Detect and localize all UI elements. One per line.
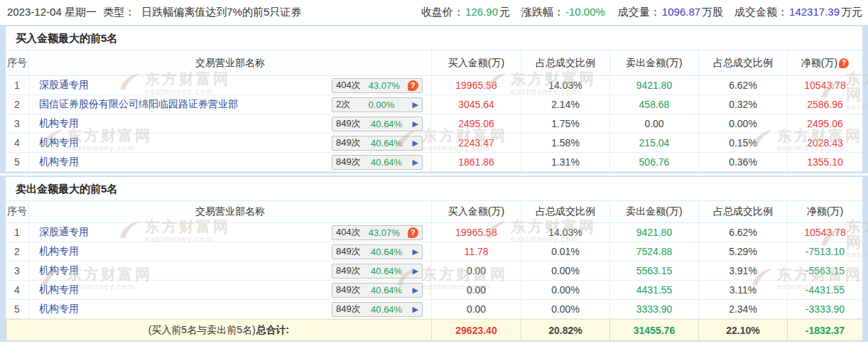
turnover-value: 142317.39 <box>789 6 840 18</box>
seat-name-cell: 深股通专用404次43.07%? <box>28 223 431 242</box>
sell-amount-cell: 506.76 <box>609 153 698 171</box>
total-sell-amount-cell: 31455.76 <box>609 320 698 340</box>
buy-amount-cell: 0.00 <box>431 281 521 299</box>
sell-amount-cell: 0.00 <box>609 114 698 133</box>
sell-ratio-cell: 6.62% <box>698 223 787 242</box>
times-ratio-badge[interactable]: 849次40.64%▶ <box>332 264 423 279</box>
seat-name-link[interactable]: 机构专用 <box>39 245 79 258</box>
seat-name-link[interactable]: 机构专用 <box>39 264 79 277</box>
turnover-unit: 万元 <box>841 6 862 18</box>
seat-name-link[interactable]: 机构专用 <box>39 284 79 296</box>
help-icon[interactable]: ? <box>408 227 418 238</box>
table-row: 3机构专用849次40.64%▶0.000.00%5563.153.91%-55… <box>6 261 862 281</box>
help-icon[interactable]: ? <box>408 80 418 91</box>
row-index: 1 <box>6 223 28 242</box>
buy-amount-cell: 1861.86 <box>431 153 521 171</box>
row-index: 2 <box>6 242 28 261</box>
type-value: 日跌幅偏离值达到7%的前5只证券 <box>141 6 301 18</box>
buy-ratio-cell: 0.00% <box>521 261 609 280</box>
sell-amount-cell: 458.68 <box>609 95 698 114</box>
seat-name-link[interactable]: 深股通专用 <box>39 79 89 92</box>
table-header-row: 序号交易营业部名称买入金额(万)占总成交比例卖出金额(万)占总成交比例净额(万) <box>6 201 862 223</box>
total-buy-amount-cell: 29623.40 <box>431 320 521 340</box>
col-name-header: 交易营业部名称 <box>28 50 431 75</box>
seat-name-cell: 机构专用849次40.64%▶ <box>28 281 431 299</box>
success-ratio: 40.64% <box>371 285 402 296</box>
detail-arrow-icon[interactable]: ▶ <box>413 306 418 313</box>
seat-name-cell: 机构专用849次40.64%▶ <box>28 242 431 261</box>
sell-top5-panel: 卖出金额最大的前5名 序号交易营业部名称买入金额(万)占总成交比例卖出金额(万)… <box>0 176 868 342</box>
buy-top5-panel: 买入金额最大的前5名 序号交易营业部名称买入金额(万)占总成交比例卖出金额(万)… <box>0 25 868 173</box>
col-buy-ratio-header-label: 占总成交比例 <box>536 57 595 70</box>
detail-arrow-icon[interactable]: ▶ <box>413 158 418 166</box>
net-help-icon[interactable]: ? <box>839 58 849 68</box>
times-ratio-badge[interactable]: 2次0.00%▶ <box>332 97 423 112</box>
detail-arrow-icon[interactable]: ▶ <box>413 248 418 256</box>
table-row: 4机构专用849次40.64%▶0.000.00%4431.553.11%-44… <box>6 281 862 300</box>
times-ratio-badge[interactable]: 849次40.64%▶ <box>332 283 423 298</box>
appearance-count: 404次 <box>336 226 361 239</box>
detail-arrow-icon[interactable]: ▶ <box>413 286 418 294</box>
col-net-header-label: 净额(万) <box>807 205 843 218</box>
times-ratio-badge[interactable]: 849次40.64%▶ <box>332 155 423 170</box>
times-ratio-badge[interactable]: 849次40.64%▶ <box>332 136 423 151</box>
row-index: 2 <box>6 95 28 114</box>
buy-amount-cell: 2243.47 <box>431 134 521 152</box>
col-buy-ratio-header-label: 占总成交比例 <box>536 205 595 218</box>
seat-name-link[interactable]: 机构专用 <box>39 136 79 149</box>
buy-ratio-cell: 2.14% <box>521 95 609 114</box>
detail-arrow-icon[interactable]: ▶ <box>413 120 418 128</box>
detail-arrow-icon[interactable]: ▶ <box>413 139 418 147</box>
seat-name-link[interactable]: 深股通专用 <box>39 226 89 239</box>
row-index: 5 <box>6 153 28 171</box>
buy-ratio-cell: 14.03% <box>521 76 609 95</box>
row-index: 5 <box>6 300 28 318</box>
net-amount-cell: -7513.10 <box>787 242 862 261</box>
net-amount-cell: -5563.15 <box>787 261 862 280</box>
total-buy-ratio-cell: 20.82% <box>521 320 609 340</box>
success-ratio: 40.64% <box>371 119 402 129</box>
buy-ratio-cell: 1.31% <box>521 153 609 171</box>
appearance-count: 849次 <box>336 156 361 168</box>
table-row: 5机构专用849次40.64%▶1861.861.31%506.760.36%1… <box>6 153 862 172</box>
seat-name-cell: 机构专用849次40.64%▶ <box>28 153 431 171</box>
stock-stats: 收盘价：126.90元涨跌幅：-10.00%成交量：1096.87万股成交金额：… <box>410 6 862 19</box>
times-ratio-badge[interactable]: 404次43.07%? <box>332 225 423 240</box>
change-percent-value: -10.00% <box>565 6 605 18</box>
row-index: 4 <box>6 134 28 152</box>
times-ratio-badge[interactable]: 849次40.64%▶ <box>332 302 423 317</box>
seat-name-link[interactable]: 国信证券股份有限公司绵阳临园路证券营业部 <box>39 98 238 111</box>
col-sell-amount-header-label: 卖出金额(万) <box>626 205 682 218</box>
detail-arrow-icon[interactable]: ▶ <box>413 101 418 109</box>
total-row: (买入前5名与卖出前5名)总合计:29623.4020.82%31455.762… <box>6 319 862 340</box>
close-price-value: 126.90 <box>465 6 498 18</box>
buy-ratio-cell: 0.00% <box>521 300 609 318</box>
total-net-amount-cell: -1832.37 <box>787 320 862 340</box>
success-ratio: 43.07% <box>369 80 400 91</box>
seat-name-link[interactable]: 机构专用 <box>39 303 79 315</box>
seat-name-link[interactable]: 机构专用 <box>39 117 79 130</box>
net-amount-cell: 1355.10 <box>787 153 862 171</box>
col-sell-amount-header-label: 卖出金额(万) <box>626 57 682 70</box>
times-ratio-badge[interactable]: 404次43.07%? <box>332 78 423 93</box>
times-ratio-badge[interactable]: 849次40.64%▶ <box>332 244 423 259</box>
buy-amount-cell: 0.00 <box>431 261 521 280</box>
change-percent-label: 涨跌幅： <box>521 6 564 18</box>
times-ratio-badge[interactable]: 849次40.64%▶ <box>332 117 423 131</box>
buy-panel-title: 买入金额最大的前5名 <box>6 26 862 50</box>
seat-name-link[interactable]: 机构专用 <box>39 156 79 168</box>
appearance-count: 849次 <box>336 303 361 315</box>
buy-ratio-cell: 0.01% <box>521 242 609 261</box>
sell-amount-cell: 9421.80 <box>609 76 698 95</box>
sell-panel-title: 卖出金额最大的前5名 <box>6 177 862 201</box>
detail-arrow-icon[interactable]: ▶ <box>413 267 418 275</box>
seat-name-cell: 国信证券股份有限公司绵阳临园路证券营业部2次0.00%▶ <box>28 95 431 114</box>
appearance-count: 404次 <box>336 79 361 92</box>
volume-stat: 成交量：1096.87万股 <box>618 6 723 18</box>
row-index: 4 <box>6 281 28 299</box>
net-amount-cell: 2028.43 <box>787 134 862 152</box>
sell-ratio-cell: 3.91% <box>698 261 787 280</box>
sell-ratio-cell: 5.29% <box>698 242 787 261</box>
appearance-count: 849次 <box>336 284 361 296</box>
col-buy-ratio-header: 占总成交比例 <box>521 50 609 75</box>
